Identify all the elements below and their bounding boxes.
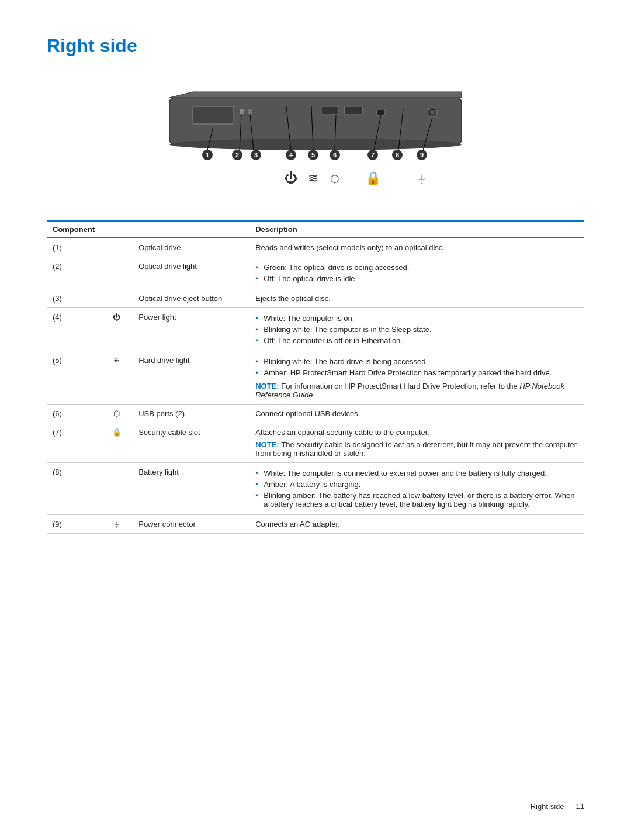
components-table: Component Description (1)Optical driveRe… [47,220,584,534]
table-row: (8)Battery lightWhite: The computer is c… [47,463,584,515]
table-row: (4)⏻Power lightWhite: The computer is on… [47,308,584,351]
row-description: Connect optional USB devices. [249,405,584,423]
row-num: (8) [47,463,100,515]
row-name: Power light [133,308,249,351]
col-header-icon [100,221,133,238]
table-row: (7)🔒Security cable slotAttaches an optio… [47,423,584,463]
row-num: (4) [47,308,100,351]
row-icon [100,289,133,308]
row-description: Attaches an optional security cable to t… [249,423,584,463]
page-title: Right side [47,35,584,57]
row-num: (7) [47,423,100,463]
row-icon [100,463,133,515]
svg-text:🔒: 🔒 [365,170,382,186]
svg-rect-5 [248,109,252,114]
svg-point-2 [169,139,462,150]
row-icon [100,238,133,257]
table-row: (3)Optical drive eject buttonEjects the … [47,289,584,308]
table-row: (1)Optical driveReads and writes (select… [47,238,584,257]
row-icon: ⬡ [100,405,133,423]
footer-page: 11 [576,802,584,811]
svg-text:8: 8 [396,151,399,158]
svg-point-10 [430,110,435,115]
row-description: White: The computer is on.Blinking white… [249,308,584,351]
laptop-diagram: 1 2 3 4 5 6 7 8 9 ⏻ [47,74,584,203]
svg-rect-8 [377,109,385,115]
row-description: Ejects the optical disc. [249,289,584,308]
col-header-num: Component [47,221,100,238]
footer-label: Right side [531,802,564,811]
row-num: (1) [47,238,100,257]
row-name: Battery light [133,463,249,515]
row-name: Power connector [133,515,249,534]
row-description: Connects an AC adapter. [249,515,584,534]
svg-rect-4 [240,109,244,114]
row-icon [100,257,133,289]
svg-text:⏻: ⏻ [285,171,297,185]
row-num: (5) [47,351,100,405]
svg-marker-1 [169,92,462,98]
row-name: Security cable slot [133,423,249,463]
svg-text:4: 4 [289,151,293,158]
row-name: USB ports (2) [133,405,249,423]
row-num: (2) [47,257,100,289]
row-name: Optical drive [133,238,249,257]
svg-text:1: 1 [206,151,209,158]
row-icon: 🔒 [100,423,133,463]
svg-rect-7 [345,106,362,115]
row-description: Blinking white: The hard drive is being … [249,351,584,405]
row-description: White: The computer is connected to exte… [249,463,584,515]
table-row: (2)Optical drive lightGreen: The optical… [47,257,584,289]
row-icon: ⏻ [100,308,133,351]
svg-text:2: 2 [235,151,239,158]
svg-text:⬡: ⬡ [330,173,339,185]
svg-text:7: 7 [371,151,375,158]
svg-text:6: 6 [333,151,337,158]
svg-text:5: 5 [311,151,315,158]
svg-text:9: 9 [420,151,424,158]
page-footer: Right side 11 [531,802,584,811]
svg-rect-3 [193,106,234,124]
row-description: Green: The optical drive is being access… [249,257,584,289]
row-num: (9) [47,515,100,534]
row-description: Reads and writes (select models only) to… [249,238,584,257]
row-num: (6) [47,405,100,423]
row-icon: ⏚ [100,515,133,534]
svg-rect-6 [321,106,339,115]
svg-text:3: 3 [254,151,258,158]
col-header-desc: Description [249,221,584,238]
table-row: (5)≋Hard drive lightBlinking white: The … [47,351,584,405]
svg-text:≋: ≋ [308,171,318,185]
row-name: Optical drive eject button [133,289,249,308]
row-name: Optical drive light [133,257,249,289]
row-num: (3) [47,289,100,308]
row-name: Hard drive light [133,351,249,405]
row-icon: ≋ [100,351,133,405]
table-row: (9)⏚Power connectorConnects an AC adapte… [47,515,584,534]
col-header-name [133,221,249,238]
svg-text:⏚: ⏚ [418,172,425,185]
table-row: (6)⬡USB ports (2)Connect optional USB de… [47,405,584,423]
